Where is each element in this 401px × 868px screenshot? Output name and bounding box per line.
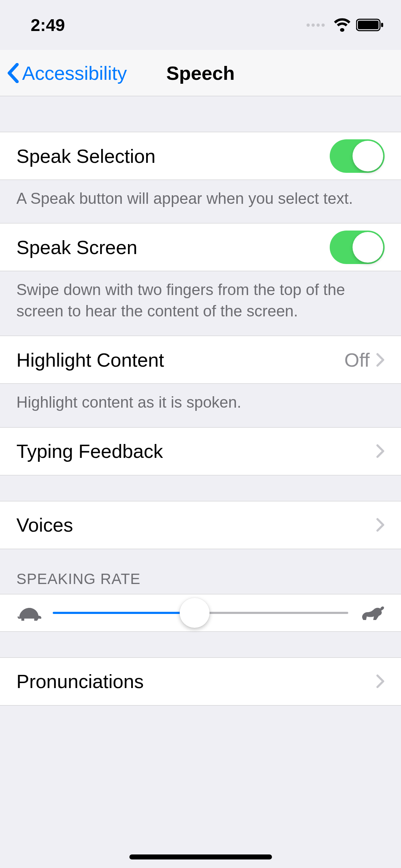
cell-speak-screen[interactable]: Speak Screen — [0, 223, 401, 271]
highlight-content-label: Highlight Content — [16, 349, 344, 371]
speak-selection-label: Speak Selection — [16, 145, 330, 167]
cell-highlight-content[interactable]: Highlight Content Off — [0, 336, 401, 384]
speak-selection-footer: A Speak button will appear when you sele… — [0, 180, 401, 223]
chevron-right-icon — [376, 518, 385, 532]
cell-typing-feedback[interactable]: Typing Feedback — [0, 427, 401, 475]
highlight-content-footer: Highlight content as it is spoken. — [0, 384, 401, 427]
speak-screen-footer: Swipe down with two fingers from the top… — [0, 271, 401, 336]
tortoise-icon — [16, 604, 42, 621]
speak-screen-label: Speak Screen — [16, 236, 330, 258]
chevron-right-icon — [376, 353, 385, 367]
cell-speak-selection[interactable]: Speak Selection — [0, 132, 401, 180]
hare-icon — [359, 604, 385, 621]
back-button[interactable]: Accessibility — [0, 62, 127, 84]
status-bar: 2:49 — [0, 0, 401, 50]
pronunciations-label: Pronunciations — [16, 670, 376, 692]
status-indicators — [307, 18, 384, 32]
highlight-content-value: Off — [344, 349, 370, 371]
cellular-signal-icon — [307, 24, 325, 27]
speaking-rate-header: SPEAKING RATE — [0, 549, 401, 594]
chevron-right-icon — [376, 674, 385, 688]
cell-speaking-rate — [0, 594, 401, 632]
section-gap — [0, 96, 401, 132]
nav-bar: Accessibility Speech — [0, 50, 401, 96]
wifi-icon — [333, 18, 351, 32]
svg-rect-2 — [381, 23, 383, 27]
voices-label: Voices — [16, 514, 376, 536]
home-indicator[interactable] — [129, 854, 272, 859]
status-time: 2:49 — [31, 15, 65, 35]
battery-icon — [356, 18, 384, 32]
back-label: Accessibility — [22, 62, 127, 84]
svg-rect-1 — [358, 21, 379, 29]
chevron-right-icon — [376, 444, 385, 458]
cell-voices[interactable]: Voices — [0, 501, 401, 549]
speak-selection-switch[interactable] — [330, 139, 385, 173]
chevron-left-icon — [6, 63, 19, 83]
speaking-rate-slider[interactable] — [53, 612, 348, 614]
section-gap — [0, 475, 401, 501]
typing-feedback-label: Typing Feedback — [16, 440, 376, 462]
speak-screen-switch[interactable] — [330, 231, 385, 264]
cell-pronunciations[interactable]: Pronunciations — [0, 657, 401, 706]
section-gap — [0, 632, 401, 657]
